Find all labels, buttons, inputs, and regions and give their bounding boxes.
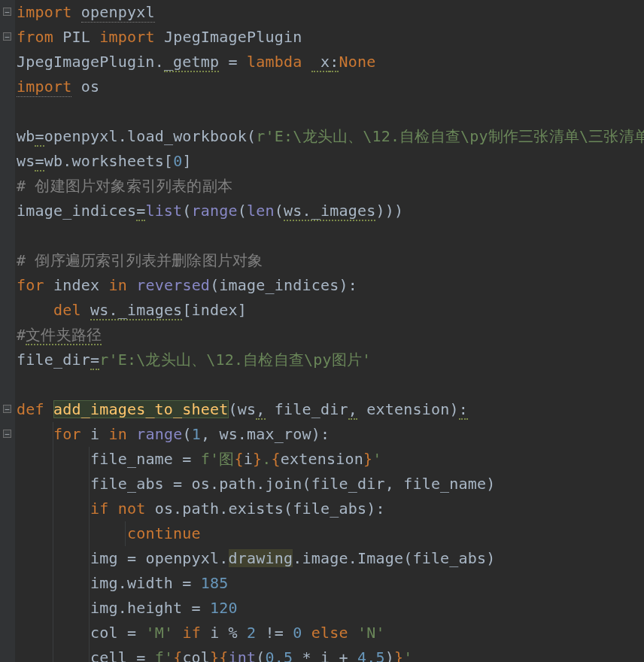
token-kw: lambda [247, 53, 311, 71]
token-op: * i + [293, 648, 357, 662]
token-op [81, 301, 90, 319]
code-line[interactable] [17, 372, 644, 397]
code-line[interactable]: ws=wb.worksheets[0] [17, 149, 644, 174]
indent-guide [53, 621, 53, 645]
token-id: cell [90, 648, 127, 662]
token-id: img.height [90, 599, 182, 617]
code-line[interactable]: file_abs = os.path.join(file_dir, file_n… [17, 472, 644, 496]
gutter-row: − [0, 397, 15, 422]
token-op: = [118, 549, 146, 567]
token-id: col [182, 648, 210, 662]
gutter-row [0, 248, 15, 273]
code-line[interactable]: # 倒序遍历索引列表并删除图片对象 [17, 248, 644, 273]
token-bi: reversed [136, 276, 210, 294]
token-id: os.path.join(file_dir, file_name) [192, 475, 496, 493]
gutter-row [0, 621, 15, 645]
code-line[interactable] [17, 99, 644, 124]
token-id: img.width [90, 574, 173, 592]
token-id: wb [17, 127, 35, 145]
code-line[interactable]: def add_images_to_sheet(ws, file_dir, ex… [17, 397, 644, 422]
code-line[interactable]: for i in range(1, ws.max_row): [17, 422, 644, 447]
token-op [53, 28, 62, 46]
token-op [302, 624, 311, 642]
token-kw: import [99, 28, 154, 46]
token-op: % [219, 624, 247, 642]
token-op [357, 400, 366, 418]
code-line[interactable]: continue [17, 521, 644, 546]
token-id: file_abs [90, 475, 164, 493]
token-str: f' [155, 648, 173, 662]
code-line[interactable]: import os [17, 74, 644, 99]
token-op [145, 500, 154, 518]
token-op [99, 425, 108, 443]
token-id: _getmp [164, 53, 219, 72]
indent-guide [53, 645, 53, 662]
token-id: ws [238, 400, 256, 418]
token-str: ' [372, 450, 381, 468]
code-line[interactable]: import openpyxl [17, 0, 644, 25]
token-num: 120 [210, 599, 238, 617]
code-line[interactable] [17, 223, 644, 248]
token-bi: int [229, 648, 257, 662]
token-op: (image_indices): [210, 276, 357, 294]
code-line[interactable]: img = openpyxl.drawing.image.Image(file_… [17, 546, 644, 571]
indent-guide [89, 472, 90, 496]
code-line[interactable]: image_indices=list(range(len(ws._images)… [17, 199, 644, 223]
token-id: ws._images [284, 202, 375, 221]
code-line[interactable]: img.width = 185 [17, 571, 644, 596]
token-str: 'M' [145, 624, 173, 642]
gutter-row [0, 447, 15, 472]
indent-guide [89, 496, 90, 521]
fold-icon[interactable]: − [3, 32, 11, 41]
indent-guide [89, 645, 90, 662]
code-line[interactable]: JpegImagePlugin._getmp = lambda x:None [17, 50, 644, 74]
code-line[interactable]: file_name = f'图{i}.{extension}' [17, 447, 644, 472]
token-kw: for [17, 276, 44, 294]
token-id: load_workbook [127, 127, 247, 145]
gutter-row: − [0, 422, 15, 447]
token-op: , [348, 400, 357, 420]
code-line[interactable]: wb=openpyxl.load_workbook(r'E:\龙头山、\12.自… [17, 124, 644, 149]
code-line[interactable]: from PIL import JpegImagePlugin [17, 25, 644, 50]
code-area[interactable]: import openpyxlfrom PIL import JpegImage… [15, 0, 644, 662]
token-id: ws [17, 152, 35, 170]
token-op: . [155, 53, 164, 71]
fold-icon[interactable]: − [3, 430, 11, 438]
token-op [348, 624, 357, 642]
code-line[interactable]: if not os.path.exists(file_abs): [17, 496, 644, 521]
token-id: x [311, 53, 330, 72]
code-line[interactable]: cell = f'{col}{int(0.5 * i + 4.5)}' [17, 645, 644, 662]
token-op [266, 400, 275, 418]
code-line[interactable]: col = 'M' if i % 2 != 0 else 'N' [17, 621, 644, 645]
code-line[interactable]: img.height = 120 [17, 596, 644, 621]
token-kw: } [363, 450, 372, 468]
indent-guide [89, 571, 90, 596]
token-bi: range [192, 202, 238, 220]
token-id: openpyxl [44, 127, 118, 145]
gutter-row: − [0, 0, 15, 25]
fold-icon[interactable]: − [3, 8, 11, 16]
token-id: i [210, 624, 219, 642]
token-op [71, 3, 80, 21]
token-op: ))) [375, 202, 403, 220]
token-id: col [90, 624, 118, 642]
token-op: = [173, 574, 201, 592]
code-line[interactable]: # 创建图片对象索引列表的副本 [17, 174, 644, 199]
token-str: r'E:\龙头山、\12.自检自查\py制作三张清单\三张清单.x [256, 127, 644, 145]
token-cmt: # 创建图片对象索引列表的副本 [17, 177, 232, 195]
code-line[interactable]: for index in reversed(image_indices): [17, 273, 644, 298]
gutter-row [0, 273, 15, 298]
code-line[interactable]: file_dir=r'E:\龙头山、\12.自检自查\py图片' [17, 348, 644, 372]
code-editor[interactable]: −−−− import openpyxlfrom PIL import Jpeg… [0, 0, 644, 662]
token-id: extension [281, 450, 363, 468]
gutter-row [0, 99, 15, 124]
code-line[interactable]: #文件夹路径 [17, 323, 644, 348]
fold-icon[interactable]: − [3, 405, 11, 413]
token-id: JpegImagePlugin [17, 53, 155, 71]
indent-guide [53, 596, 53, 621]
token-kw: } [394, 648, 403, 662]
code-line[interactable]: del ws._images[index] [17, 298, 644, 323]
gutter-row [0, 496, 15, 521]
token-id: os.path.exists(file_abs): [155, 500, 385, 518]
token-id: JpegImagePlugin [164, 28, 302, 46]
